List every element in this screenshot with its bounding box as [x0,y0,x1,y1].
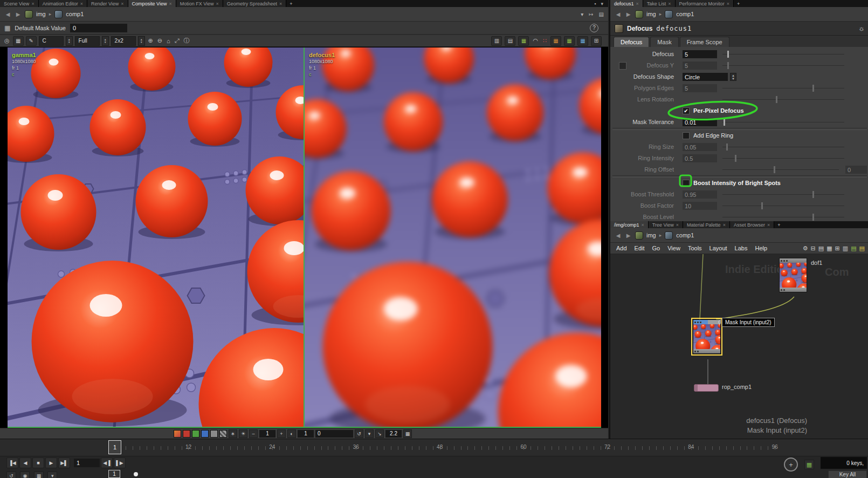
stop-button[interactable]: ■ [32,457,44,468]
view-mode-button[interactable]: ▦ [13,36,24,46]
node-name-field[interactable]: defocus1 [656,25,692,32]
split-button[interactable]: ▤ [505,36,515,46]
tab-close-icon[interactable]: × [767,222,770,228]
pane-tab-material-palette[interactable]: Material Palette× [683,221,730,228]
node-rop-comp1[interactable] [694,384,719,392]
realtime-icon[interactable]: ◉ [20,472,30,478]
ring-intensity-slider[interactable] [722,155,844,162]
tile-stepper[interactable]: ▲▼ [138,36,145,46]
headphones-icon[interactable]: ◠ [532,37,539,44]
menu-view[interactable]: View [664,245,684,251]
pane-tab-composite-view[interactable]: Composite View× [128,0,176,7]
node-flags-bar[interactable] [780,288,807,292]
ring-offset-field[interactable]: 0 [845,166,867,174]
breadcrumb-context[interactable]: img [36,11,46,17]
breadcrumb-context[interactable]: img [646,11,656,17]
viewer-image-gamma1[interactable]: gamma1 1080x1080 fr 1 c [8,47,304,427]
layout-blue-icon[interactable]: ▦ [577,36,588,46]
ring-offset-slider[interactable] [722,166,839,173]
tab-close-icon[interactable]: × [31,1,34,6]
tab-close-icon[interactable]: × [216,1,219,6]
tab-close-icon[interactable]: × [121,1,123,6]
network-pan-control[interactable]: + [784,457,798,472]
pane-tab-take-list[interactable]: Take List× [643,0,676,7]
gear-icon[interactable]: ☼ [858,24,865,32]
back-icon[interactable]: ◀ [615,233,622,238]
path-dropdown-icon[interactable]: ▾ [581,11,583,17]
file-yellow-icon[interactable]: ▤ [859,245,865,252]
tab-close-icon[interactable]: × [636,1,639,6]
pane-tab-scene-view[interactable]: Scene View× [0,0,39,7]
breadcrumb-node[interactable]: comp1 [66,11,84,17]
layout-green-icon[interactable]: ▦ [564,36,575,46]
pane-menu-icon[interactable]: ▾ [601,1,603,6]
default-mask-value-input[interactable]: 0 [70,24,127,32]
info-icon[interactable]: ⓘ [183,37,191,45]
menu-help[interactable]: Help [751,245,771,251]
breadcrumb-context[interactable]: img [646,232,656,238]
swatch-rgb-icon[interactable] [174,430,181,438]
viewer-image-defocus1[interactable]: defocus1 1080x1080 fr 1 c [305,47,601,427]
tiles-icon[interactable]: ▦ [403,429,412,438]
network-editor[interactable]: Indie Edition Com dof1 d Mask Input (inp… [610,254,868,439]
menu-add[interactable]: Add [612,245,631,251]
ring-size-field[interactable]: 0.05 [683,143,717,151]
node-defocus1-selected[interactable] [693,319,721,354]
zoom-in-icon[interactable]: ⊕ [147,37,154,44]
contrast-icon[interactable]: ◐ [287,429,296,438]
offset-value[interactable]: 0 [315,430,353,438]
menu-layout[interactable]: Layout [706,245,731,251]
pane-tab--img-comp1[interactable]: /img/comp1× [610,221,649,228]
frame-all-icon[interactable]: ⤢ [174,37,181,44]
menu-edit[interactable]: Edit [631,245,649,251]
defocus-shape-select[interactable]: Circle [683,73,728,81]
dropdown-icon[interactable]: ▾ [365,429,374,438]
new-tab-button[interactable]: + [774,221,783,228]
tab-close-icon[interactable]: × [727,1,729,6]
forward-icon[interactable]: ▶ [15,11,22,17]
wrench-icon[interactable]: ⚙ [803,245,808,252]
columns-icon[interactable]: ▥ [843,245,848,252]
step-value[interactable]: 1 [259,430,275,438]
channel-select[interactable]: C [39,36,64,46]
menu-tools[interactable]: Tools [684,245,706,251]
pane-tab-defocus1[interactable]: defocus1× [610,0,643,7]
snap-grid-icon[interactable]: ▦ [804,460,814,469]
back-icon[interactable]: ◀ [615,11,622,17]
panel-list-icon[interactable]: ▤ [599,11,604,17]
defocus-field[interactable]: 5 [683,50,717,58]
polygon-edges-field[interactable]: 5 [683,84,717,92]
polygon-edges-slider[interactable] [722,85,844,92]
boost-factor-slider[interactable] [722,202,844,209]
tree-icon[interactable]: ⊟ [811,245,816,252]
swatch-green-icon[interactable] [192,430,199,438]
grid-icon[interactable]: ▦ [826,245,832,252]
pane-tab-motion-fx-view[interactable]: Motion FX View× [176,0,223,7]
tab-close-icon[interactable]: × [80,1,83,6]
menu-go[interactable]: Go [649,245,664,251]
key-all-button[interactable]: Key All [828,470,867,478]
contrast-value[interactable]: 1 [298,430,314,438]
dopesheet-icon[interactable]: ▦ [34,472,44,478]
jump-first-frame-button[interactable]: ▐◀ [6,457,18,468]
viewer-split-divider[interactable] [304,47,305,428]
tab-close-icon[interactable]: × [676,222,679,228]
param-folder-tab-defocus[interactable]: Defocus [614,37,649,47]
gamma-value[interactable]: 2.2 [385,430,402,438]
timeline-ruler[interactable]: 1 1224364860728496 [0,439,868,456]
ring-intensity-field[interactable]: 0.5 [683,154,717,162]
pane-tab-render-view[interactable]: Render View× [87,0,128,7]
mask-tolerance-field[interactable]: 0.01 [683,118,717,126]
back-icon[interactable]: ◀ [4,11,11,17]
range-slider-handle[interactable] [134,472,138,476]
resolution-stepper[interactable]: ▲▼ [102,36,109,46]
gamma-curve-icon[interactable]: ↘ [375,429,384,438]
resolution-select[interactable]: Full [75,36,100,46]
mask-tolerance-slider[interactable] [722,119,844,126]
breadcrumb-node[interactable]: comp1 [676,11,694,17]
inspect-icon[interactable]: ◎ [3,37,11,44]
tile-select[interactable]: 2x2 [111,36,136,46]
defocus-shape-stepper[interactable]: ▲▼ [730,73,736,81]
per-pixel-defocus-checkbox[interactable]: ✔ [683,107,690,114]
menu-labs[interactable]: Labs [731,245,752,251]
